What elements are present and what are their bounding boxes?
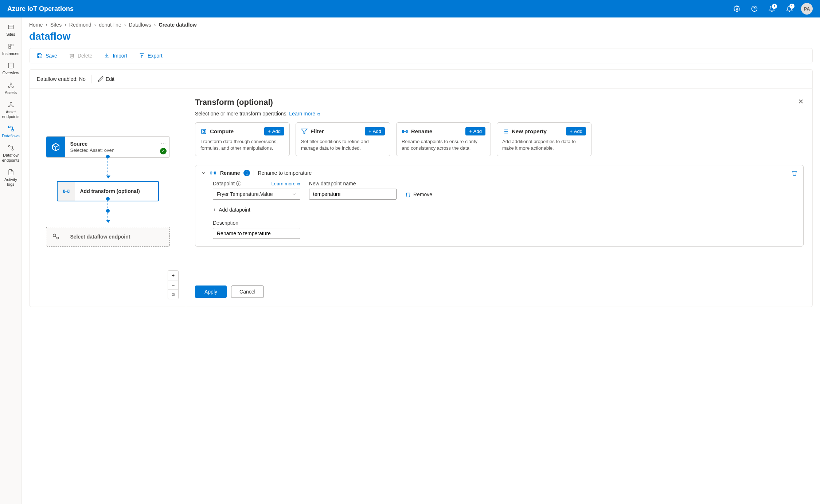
- sidebar-label: Sites: [6, 32, 15, 37]
- select-endpoint-node[interactable]: Select dataflow endpoint: [46, 227, 170, 247]
- add-new-property-button[interactable]: + Add: [566, 127, 586, 135]
- svg-point-10: [12, 86, 13, 88]
- description-label: Description: [213, 220, 797, 226]
- rename-summary: Rename to temperature: [258, 170, 312, 176]
- sidebar-label: Activity logs: [1, 177, 20, 187]
- sidebar-item-dataflow-endpoints[interactable]: Dataflow endpoints: [0, 141, 22, 165]
- details-title: Transform (optional): [195, 98, 320, 107]
- cancel-button[interactable]: Cancel: [231, 286, 264, 298]
- add-filter-button[interactable]: + Add: [365, 127, 385, 135]
- settings-icon[interactable]: [731, 3, 743, 15]
- sites-icon: [7, 23, 15, 31]
- svg-point-13: [12, 106, 13, 107]
- sidebar-item-dataflows[interactable]: Dataflows: [0, 122, 22, 141]
- instances-icon: [7, 43, 15, 50]
- sidebar: Sites Instances Overview Assets Asset en…: [0, 17, 22, 504]
- asset-endpoints-icon: [7, 101, 15, 108]
- svg-point-8: [10, 83, 12, 84]
- delete-rename-icon[interactable]: [792, 170, 797, 176]
- rename-section: Rename 1 Rename to temperature Datapoint…: [195, 165, 804, 247]
- remove-button[interactable]: Remove: [405, 192, 432, 197]
- sidebar-label: Dataflows: [2, 134, 19, 138]
- sidebar-label: Instances: [2, 51, 19, 56]
- breadcrumb: Home › Sites › Redmond › donut-line › Da…: [29, 22, 813, 28]
- svg-rect-5: [11, 44, 13, 46]
- add-rename-button[interactable]: + Add: [465, 127, 485, 135]
- breadcrumb-sites[interactable]: Sites: [50, 22, 62, 28]
- learn-more-datapoint-link[interactable]: Learn more ⧉: [271, 181, 300, 186]
- svg-point-9: [8, 86, 10, 88]
- zoom-in-button[interactable]: +: [168, 271, 178, 280]
- close-icon[interactable]: ✕: [798, 98, 804, 106]
- chevron-down-icon: [292, 192, 296, 196]
- breadcrumb-dataflows[interactable]: Dataflows: [129, 22, 151, 28]
- sidebar-label: Overview: [3, 71, 19, 75]
- edit-button[interactable]: Edit: [98, 76, 114, 82]
- new-property-card: New property + Add Add additional proper…: [497, 122, 591, 156]
- breadcrumb-redmond[interactable]: Redmond: [69, 22, 91, 28]
- svg-point-16: [8, 146, 10, 147]
- footer-buttons: Apply Cancel: [195, 286, 804, 298]
- delete-icon: [69, 53, 75, 59]
- sidebar-item-overview[interactable]: Overview: [0, 59, 22, 78]
- svg-point-12: [8, 106, 9, 107]
- sidebar-label: Dataflow endpoints: [1, 153, 20, 162]
- user-avatar[interactable]: PA: [801, 3, 813, 15]
- delete-button: Delete: [69, 53, 92, 59]
- save-button[interactable]: Save: [37, 53, 57, 59]
- node-menu-icon[interactable]: ⋯: [161, 140, 166, 146]
- add-datapoint-button[interactable]: + Add datapoint: [213, 205, 797, 214]
- chevron-down-icon[interactable]: [201, 170, 206, 176]
- rename-section-label: Rename: [220, 170, 240, 176]
- svg-rect-26: [406, 130, 407, 133]
- notification-badge: 1: [772, 4, 777, 9]
- transform-icon: [58, 182, 75, 201]
- breadcrumb-home[interactable]: Home: [29, 22, 43, 28]
- zoom-out-button[interactable]: −: [168, 280, 178, 290]
- page-title: dataflow: [29, 31, 813, 42]
- add-compute-button[interactable]: + Add: [264, 127, 284, 135]
- sidebar-label: Assets: [5, 90, 17, 95]
- notification-bell-icon[interactable]: 1: [766, 3, 778, 15]
- plus-icon: +: [213, 207, 216, 213]
- sidebar-item-assets[interactable]: Assets: [0, 79, 22, 98]
- svg-point-17: [12, 149, 13, 151]
- sidebar-item-instances[interactable]: Instances: [0, 40, 22, 59]
- sidebar-item-sites[interactable]: Sites: [0, 20, 22, 40]
- save-icon: [37, 53, 43, 59]
- breadcrumb-current: Create dataflow: [159, 22, 197, 28]
- filter-icon: [301, 128, 308, 135]
- dataflow-endpoints-icon: [7, 144, 15, 151]
- dataflow-enabled-status: Dataflow enabled: No: [37, 76, 86, 82]
- datapoint-select[interactable]: Fryer Temperature.Value: [213, 189, 300, 200]
- trash-icon: [405, 192, 411, 197]
- learn-more-link[interactable]: Learn more ⧉: [289, 111, 320, 117]
- svg-rect-34: [215, 172, 216, 174]
- export-button[interactable]: Export: [139, 53, 162, 59]
- source-title: Source: [70, 141, 164, 147]
- alert-badge: 1: [789, 4, 794, 9]
- sidebar-item-asset-endpoints[interactable]: Asset endpoints: [0, 98, 22, 122]
- svg-point-0: [736, 8, 738, 10]
- main-content: Home › Sites › Redmond › donut-line › Da…: [22, 17, 820, 504]
- sidebar-item-activity-logs[interactable]: Activity logs: [0, 166, 22, 190]
- svg-point-21: [53, 234, 55, 237]
- activity-logs-icon: [7, 169, 15, 176]
- svg-rect-14: [8, 126, 10, 128]
- svg-rect-20: [68, 190, 69, 193]
- alert-bell-icon[interactable]: 1: [784, 3, 795, 15]
- new-name-input[interactable]: [309, 189, 397, 200]
- import-button[interactable]: Import: [104, 53, 127, 59]
- apply-button[interactable]: Apply: [195, 286, 227, 298]
- description-input[interactable]: [213, 228, 300, 239]
- svg-rect-19: [63, 190, 65, 193]
- zoom-fit-button[interactable]: ⊡: [168, 290, 178, 299]
- status-bar: Dataflow enabled: No Edit: [29, 69, 813, 88]
- app-title: Azure IoT Operations: [7, 5, 74, 13]
- datapoint-label: Datapoint i: [213, 181, 241, 186]
- compute-icon: [200, 128, 207, 135]
- info-icon[interactable]: i: [236, 181, 241, 186]
- breadcrumb-donut-line[interactable]: donut-line: [99, 22, 121, 28]
- help-icon[interactable]: [749, 3, 760, 15]
- sidebar-label: Asset endpoints: [1, 110, 20, 119]
